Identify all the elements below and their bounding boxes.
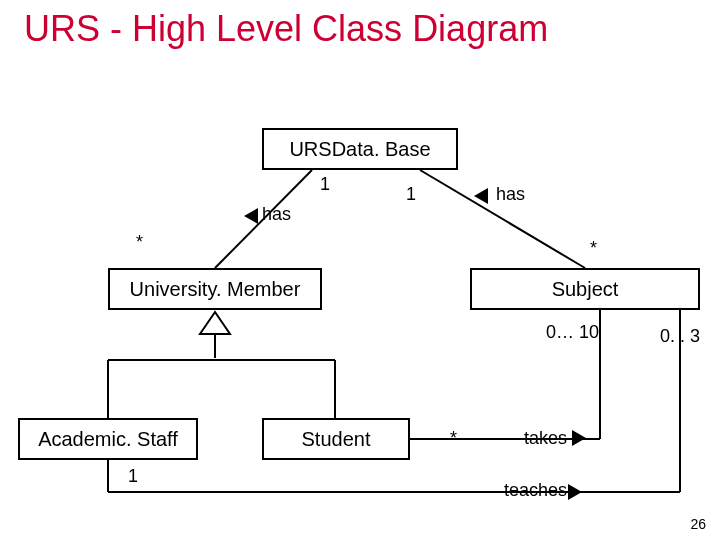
- arrowhead-has-a: [244, 208, 258, 224]
- arrowhead-takes: [572, 430, 586, 446]
- label-mult-star-a: *: [136, 232, 143, 253]
- label-mult-1-b: 1: [406, 184, 416, 205]
- label-mult-1-c: 1: [128, 466, 138, 487]
- label-has-b: has: [496, 184, 525, 205]
- page-number: 26: [690, 516, 706, 532]
- class-student: Student: [262, 418, 410, 460]
- class-subject: Subject: [470, 268, 700, 310]
- label-mult-010: 0… 10: [546, 322, 599, 343]
- label-mult-star-b: *: [590, 238, 597, 259]
- arrowhead-teaches: [568, 484, 582, 500]
- class-academicstaff: Academic. Staff: [18, 418, 198, 460]
- label-mult-1-a: 1: [320, 174, 330, 195]
- svg-marker-6: [200, 312, 230, 334]
- page-title: URS - High Level Class Diagram: [24, 8, 548, 50]
- label-teaches: teaches: [504, 480, 567, 501]
- label-has-a: has: [262, 204, 291, 225]
- label-mult-star-c: *: [450, 428, 457, 449]
- arrowhead-has-b: [474, 188, 488, 204]
- class-universitymember: University. Member: [108, 268, 322, 310]
- label-mult-03: 0. . 3: [660, 326, 700, 347]
- label-takes: takes: [524, 428, 567, 449]
- class-ursdatabase: URSData. Base: [262, 128, 458, 170]
